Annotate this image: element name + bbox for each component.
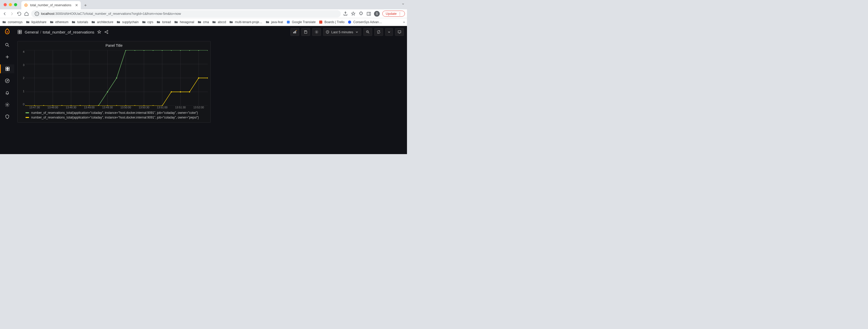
folder-icon xyxy=(91,20,95,24)
bookmark-favicon xyxy=(347,20,352,24)
svg-rect-35 xyxy=(305,31,307,31)
refresh-interval-button[interactable] xyxy=(385,28,393,36)
dashboards-icon[interactable] xyxy=(0,64,14,73)
bookmark-item[interactable]: cqrs xyxy=(142,20,154,24)
grafana-logo[interactable] xyxy=(3,28,11,36)
window-maximize[interactable] xyxy=(14,3,17,6)
bookmark-item[interactable]: abccd xyxy=(212,20,226,24)
svg-point-95 xyxy=(170,91,172,92)
bookmark-item[interactable]: ConsenSys Advan… xyxy=(347,20,382,24)
timerange-picker[interactable]: Last 5 minutes xyxy=(323,28,361,36)
back-button[interactable] xyxy=(2,11,7,17)
breadcrumb-dashboard[interactable]: total_number_of_reservations xyxy=(43,30,94,34)
x-tick: 13:49:30 xyxy=(98,106,117,109)
panel-grid-icon[interactable] xyxy=(18,30,22,34)
window-close[interactable] xyxy=(4,3,7,6)
alerting-icon[interactable] xyxy=(3,88,12,97)
bookmark-item[interactable]: multi-tenant-proje… xyxy=(229,20,262,24)
toolbar-right: S Update ⋮ xyxy=(343,11,405,17)
sidepanel-icon[interactable] xyxy=(366,11,371,17)
home-button[interactable] xyxy=(24,11,29,17)
dashboard-topbar: General / total_number_of_reservations + xyxy=(14,26,407,38)
tab-title: total_number_of_reservations xyxy=(30,3,71,7)
profile-avatar[interactable]: S xyxy=(374,11,380,17)
bookmark-item[interactable]: toread xyxy=(156,20,171,24)
chart-panel[interactable]: Panel Title 43210 13:47:3013:48:0013:48:… xyxy=(18,41,211,123)
legend-swatch xyxy=(26,117,29,118)
star-dashboard-icon[interactable] xyxy=(97,30,101,34)
bookmark-item[interactable]: supplychain xyxy=(116,20,138,24)
create-icon[interactable] xyxy=(3,53,12,61)
x-tick: 13:47:30 xyxy=(26,106,43,109)
svg-rect-23 xyxy=(20,30,22,32)
svg-rect-22 xyxy=(18,30,20,32)
admin-icon[interactable] xyxy=(3,112,12,121)
extensions-icon[interactable] xyxy=(359,11,364,17)
new-tab-button[interactable]: ＋ xyxy=(83,3,88,8)
y-axis: 43210 xyxy=(20,49,26,106)
legend-item[interactable]: number_of_reservations_total{application… xyxy=(26,111,208,115)
browser-tab-strip: total_number_of_reservations ✕ ＋ xyxy=(0,0,407,9)
settings-icon[interactable] xyxy=(3,100,12,109)
svg-point-79 xyxy=(26,105,26,106)
bookmark-item[interactable]: consensys xyxy=(2,20,23,24)
search-icon[interactable] xyxy=(3,40,12,49)
svg-point-93 xyxy=(152,105,154,106)
bookmark-item[interactable]: Google Translate xyxy=(286,20,316,24)
legend-label: number_of_reservations_total{application… xyxy=(31,116,199,119)
bookmarks-overflow-icon[interactable]: » xyxy=(403,20,405,24)
dashboard-settings-button[interactable] xyxy=(312,28,321,36)
svg-point-70 xyxy=(134,50,135,51)
breadcrumb-folder[interactable]: General xyxy=(25,30,38,34)
bookmark-label: supplychain xyxy=(122,20,138,24)
forward-button[interactable] xyxy=(9,11,14,17)
add-panel-button[interactable]: + xyxy=(290,28,299,36)
svg-point-72 xyxy=(152,50,154,51)
explore-icon[interactable] xyxy=(3,77,12,85)
bookmark-item[interactable]: liquidshare xyxy=(26,20,46,24)
grafana-app: General / total_number_of_reservations + xyxy=(0,26,407,154)
svg-rect-5 xyxy=(367,12,370,15)
bookmark-label: Google Translate xyxy=(292,20,316,24)
svg-point-99 xyxy=(207,77,208,79)
bookmark-star-icon[interactable] xyxy=(351,11,356,17)
browser-tab[interactable]: total_number_of_reservations ✕ xyxy=(21,1,81,9)
bookmark-item[interactable]: cma xyxy=(197,20,209,24)
kiosk-mode-button[interactable] xyxy=(395,28,404,36)
bookmark-label: toread xyxy=(162,20,171,24)
x-tick: 13:50:00 xyxy=(117,106,135,109)
legend-label: number_of_reservations_total{application… xyxy=(31,111,198,115)
window-minimize[interactable] xyxy=(9,3,12,6)
bookmark-item[interactable]: Boards | Trello xyxy=(319,20,344,24)
bookmark-label: Boards | Trello xyxy=(324,20,344,24)
bookmark-item[interactable]: architecture xyxy=(91,20,113,24)
refresh-button[interactable] xyxy=(374,28,383,36)
share-icon[interactable] xyxy=(343,11,348,17)
share-dashboard-icon[interactable] xyxy=(104,30,109,34)
url-path: :3000/d/bHO0UaC7z/total_number_of_reserv… xyxy=(54,12,181,16)
bookmark-item[interactable]: tutorials xyxy=(71,20,88,24)
bookmarks-bar: consensysliquidshareethereumtutorialsarc… xyxy=(0,18,407,26)
bookmark-item[interactable]: java-feat xyxy=(266,20,283,24)
svg-rect-17 xyxy=(6,69,7,71)
svg-point-96 xyxy=(180,91,181,92)
breadcrumb-separator: / xyxy=(40,30,41,34)
svg-point-90 xyxy=(125,105,126,106)
update-button[interactable]: Update ⋮ xyxy=(382,11,405,17)
svg-point-71 xyxy=(143,50,145,51)
site-info-icon[interactable] xyxy=(34,11,39,17)
bookmark-item[interactable]: hexagonal xyxy=(174,20,194,24)
address-bar[interactable]: localhost:3000/d/bHO0UaC7z/total_number_… xyxy=(31,10,341,18)
folder-icon xyxy=(212,20,216,24)
tab-close-icon[interactable]: ✕ xyxy=(75,3,78,7)
reload-button[interactable] xyxy=(17,11,22,17)
zoom-out-button[interactable] xyxy=(363,28,372,36)
svg-point-77 xyxy=(198,50,199,51)
tabs-menu-icon[interactable] xyxy=(401,2,405,7)
svg-point-19 xyxy=(5,79,9,83)
legend-item[interactable]: number_of_reservations_total{application… xyxy=(26,115,208,120)
save-dashboard-button[interactable] xyxy=(301,28,310,36)
bookmark-item[interactable]: ethereum xyxy=(50,20,68,24)
y-tick: 2 xyxy=(23,77,24,80)
y-tick: 4 xyxy=(23,50,24,53)
